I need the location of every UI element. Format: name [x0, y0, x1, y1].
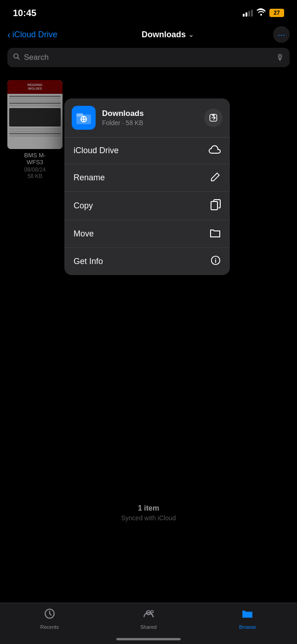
tab-shared[interactable]: Shared: [99, 608, 198, 630]
shared-icon: [143, 608, 154, 622]
tab-shared-label: Shared: [140, 624, 156, 630]
more-dots-icon: ···: [278, 29, 286, 40]
nav-more-button[interactable]: ···: [273, 26, 290, 43]
svg-point-12: [151, 610, 153, 613]
svg-rect-3: [76, 113, 83, 116]
menu-folder-name: Downloads: [102, 109, 198, 118]
svg-rect-6: [211, 201, 217, 210]
tab-recents[interactable]: Recents: [0, 608, 99, 630]
nav-title-area: Downloads ⌄: [63, 30, 273, 40]
nav-title-chevron-icon: ⌄: [188, 31, 194, 38]
signal-bars-icon: [243, 9, 253, 17]
nav-back-label: iCloud Drive: [12, 30, 57, 40]
nav-back-button[interactable]: ‹ iCloud Drive: [7, 29, 63, 40]
menu-item-copy[interactable]: Copy: [64, 192, 230, 220]
search-placeholder: Search: [24, 53, 272, 62]
menu-item-icloud-label: iCloud Drive: [74, 146, 119, 155]
svg-point-9: [215, 258, 216, 259]
menu-item-copy-label: Copy: [74, 201, 93, 211]
copy-icon: [211, 199, 221, 213]
menu-item-move-label: Move: [74, 229, 94, 239]
status-time: 10:45: [13, 8, 36, 18]
menu-header-info: Downloads Folder · 58 KB: [102, 109, 198, 126]
menu-item-rename-label: Rename: [74, 173, 105, 183]
recents-icon: [44, 608, 56, 622]
svg-line-1: [17, 58, 19, 59]
menu-item-move[interactable]: Move: [64, 220, 230, 248]
home-indicator: [116, 638, 181, 640]
cloud-icon: [209, 145, 221, 156]
tab-browse-label: Browse: [239, 624, 256, 630]
pencil-icon: [211, 172, 221, 184]
menu-item-getinfo[interactable]: Get Info: [64, 248, 230, 275]
menu-share-button[interactable]: [204, 109, 223, 127]
battery-icon: 27: [269, 9, 284, 17]
browse-icon: [241, 608, 253, 622]
nav-bar: ‹ iCloud Drive Downloads ⌄ ···: [0, 23, 297, 46]
search-icon: [13, 53, 20, 62]
status-icons: 27: [243, 8, 284, 17]
status-bar: 10:45 27: [0, 0, 297, 23]
search-bar[interactable]: Search 🎙: [7, 48, 290, 67]
menu-folder-meta: Folder · 58 KB: [102, 119, 198, 126]
menu-item-rename[interactable]: Rename: [64, 164, 230, 192]
info-icon: [211, 255, 221, 268]
tab-recents-label: Recents: [40, 624, 58, 630]
wifi-icon: [257, 8, 266, 17]
back-chevron-icon: ‹: [7, 29, 11, 40]
mic-icon[interactable]: 🎙: [276, 53, 284, 63]
nav-title: Downloads: [142, 30, 186, 40]
folder-move-icon: [210, 228, 221, 240]
menu-item-icloud[interactable]: iCloud Drive: [64, 138, 230, 164]
menu-item-getinfo-label: Get Info: [74, 257, 103, 266]
context-menu: Downloads Folder · 58 KB iCloud Drive: [64, 98, 230, 275]
main-content: READING WOLVES: [0, 71, 297, 577]
folder-icon: [72, 106, 96, 130]
tab-browse[interactable]: Browse: [198, 608, 297, 630]
menu-header: Downloads Folder · 58 KB: [64, 98, 230, 138]
